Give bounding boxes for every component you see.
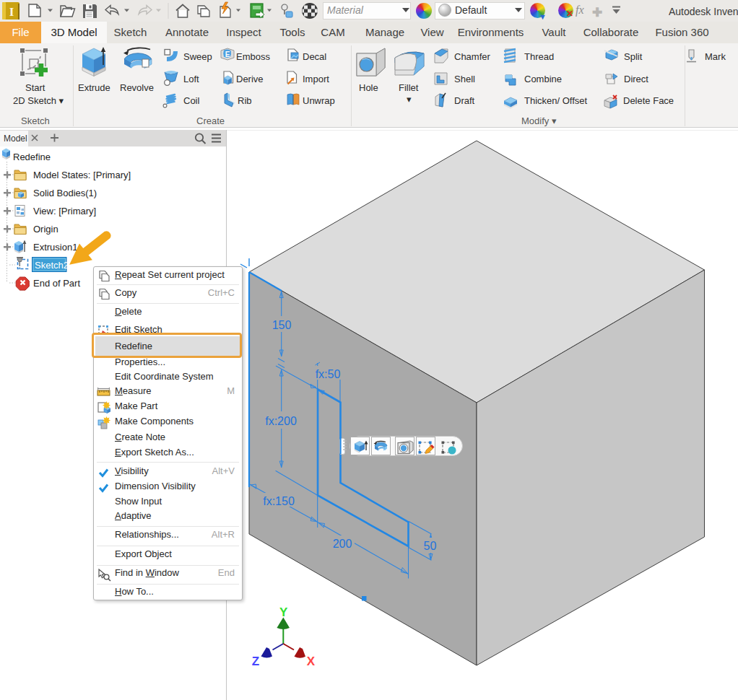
svg-text:200: 200 <box>333 538 352 550</box>
svg-text:Z: Z <box>252 655 259 668</box>
svg-text:fx:150: fx:150 <box>263 495 295 507</box>
svg-text:fx:200: fx:200 <box>265 415 297 427</box>
svg-text:X: X <box>307 655 316 668</box>
svg-text:fx:50: fx:50 <box>316 368 341 380</box>
svg-text:I: I <box>9 5 14 19</box>
svg-text:150: 150 <box>272 319 292 331</box>
svg-text:50: 50 <box>424 540 437 552</box>
svg-text:Y: Y <box>279 605 288 619</box>
svg-text:E: E <box>225 51 230 58</box>
